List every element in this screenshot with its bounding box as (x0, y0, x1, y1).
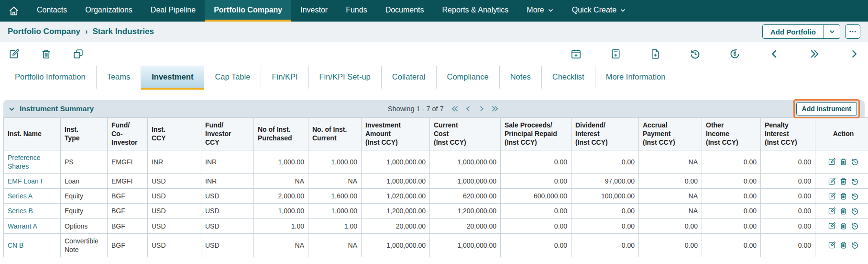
pg-prev-icon[interactable] (464, 104, 472, 113)
tab-label: Compliance (447, 72, 489, 81)
file-add-button[interactable] (650, 48, 661, 59)
instrument-name-link[interactable]: Preference Shares (8, 154, 40, 170)
column-header-sale-proceeds-principal-repaid-inst-ccy: Sale Proceeds/ Principal Repaid (Inst CC… (501, 118, 571, 150)
tab-notes[interactable]: Notes (500, 66, 542, 90)
edit-button[interactable] (9, 48, 20, 59)
row-edit-button[interactable] (828, 192, 836, 200)
action-cell (815, 189, 868, 204)
instrument-name-link[interactable]: CN B (8, 241, 23, 249)
table-cell: USD (148, 218, 201, 233)
calendar-add-button[interactable] (571, 48, 582, 59)
tab-fin-kpi[interactable]: Fin/KPI (261, 66, 308, 90)
row-delete-button[interactable] (839, 222, 847, 230)
spacer (0, 90, 868, 100)
tab-checklist[interactable]: Checklist (542, 66, 595, 90)
nav-item-funds[interactable]: Funds (337, 0, 376, 22)
table-cell: BGF (108, 233, 148, 257)
table-cell: 1,000.00 (308, 204, 362, 218)
instrument-name-link[interactable]: EMF Loan I (8, 177, 42, 185)
chevron-left-button[interactable] (769, 48, 780, 59)
add-portfolio-dropdown-toggle[interactable] (824, 25, 840, 38)
tab-collateral[interactable]: Collateral (382, 66, 437, 90)
collapse-section-icon[interactable] (8, 105, 15, 113)
tab-label: Cap Table (215, 72, 250, 81)
instrument-name-cell: CN B (4, 233, 61, 257)
row-edit-button[interactable] (828, 207, 836, 215)
tab-teams[interactable]: Teams (97, 66, 142, 90)
chevron-down-icon (548, 7, 554, 13)
pg-next-icon[interactable] (477, 104, 486, 113)
table-cell: 1.00 (254, 218, 308, 233)
nav-item-reports-analytics[interactable]: Reports & Analytics (433, 0, 518, 22)
edit-icon (828, 222, 836, 230)
row-delete-button[interactable] (839, 192, 847, 200)
row-delete-button[interactable] (839, 158, 847, 166)
board-add-button[interactable] (610, 48, 621, 59)
tab-fin-kpi-set-up[interactable]: Fin/KPI Set-up (309, 66, 382, 90)
nav-item-documents[interactable]: Documents (376, 0, 433, 22)
row-history-button[interactable] (851, 177, 859, 185)
table-cell: NA (254, 173, 308, 188)
chevron-left-icon (769, 48, 780, 59)
delete-button[interactable] (41, 48, 52, 59)
nav-item-portfolio-company[interactable]: Portfolio Company (205, 0, 291, 22)
nav-item-deal-pipeline[interactable]: Deal Pipeline (142, 0, 205, 22)
tab-cap-table[interactable]: Cap Table (204, 66, 261, 90)
nav-item-investor[interactable]: Investor (291, 0, 337, 22)
pg-first-icon[interactable] (450, 104, 459, 113)
table-cell: 1,000,000.00 (362, 150, 430, 173)
instrument-name-link[interactable]: Warrant A (8, 222, 37, 230)
nav-item-more[interactable]: More (517, 0, 562, 22)
home-button[interactable] (0, 0, 28, 22)
instrument-name-link[interactable]: Series B (8, 207, 33, 215)
tab-investment[interactable]: Investment (141, 66, 204, 90)
tab-more-information[interactable]: More Information (595, 66, 677, 90)
nav-item-organizations[interactable]: Organizations (76, 0, 142, 22)
row-edit-button[interactable] (828, 241, 836, 249)
edit-icon (828, 192, 836, 200)
column-header-investment-amount-inst-ccy: Investment Amount (Inst CCY) (362, 118, 430, 150)
currency-history-button[interactable]: $ (729, 48, 740, 59)
table-cell: 1,200,000.00 (362, 204, 430, 218)
row-edit-button[interactable] (828, 222, 836, 230)
table-cell: EMGFI (108, 173, 148, 188)
column-header-no-of-inst-purchased: No of Inst. Purchased (254, 118, 308, 150)
tab-portfolio-information[interactable]: Portfolio Information (4, 66, 97, 90)
table-cell: BGF (108, 189, 148, 204)
pg-last-icon[interactable] (491, 104, 499, 113)
row-history-button[interactable] (851, 158, 859, 166)
chevron-right-icon (848, 48, 859, 59)
tab-label: Teams (107, 72, 131, 81)
double-chevron-right-button[interactable] (809, 48, 820, 59)
nav-item-quick-create[interactable]: Quick Create (563, 0, 635, 22)
instrument-name-link[interactable]: Series A (8, 192, 33, 200)
duplicate-button[interactable] (73, 48, 84, 59)
history-button[interactable] (690, 48, 701, 59)
history-icon (851, 207, 859, 215)
tab-compliance[interactable]: Compliance (437, 66, 500, 90)
row-edit-button[interactable] (828, 158, 836, 166)
table-row: CN BConvertible NoteBGFUSDUSDNANA1,000,0… (4, 233, 868, 257)
add-portfolio-button[interactable]: Add Portfolio (762, 24, 840, 39)
table-cell: 620,000.00 (430, 189, 501, 204)
table-cell: 97,000.00 (571, 173, 639, 188)
delete-icon (839, 241, 847, 249)
breadcrumb-current: Stark Industries (92, 27, 154, 36)
row-history-button[interactable] (851, 222, 859, 230)
row-delete-button[interactable] (839, 207, 847, 215)
row-delete-button[interactable] (839, 241, 847, 249)
add-instrument-button[interactable]: Add Instrument (796, 102, 857, 115)
breadcrumb-parent[interactable]: Portfolio Company (8, 27, 80, 36)
row-edit-button[interactable] (828, 177, 836, 185)
row-history-button[interactable] (851, 241, 859, 249)
row-history-button[interactable] (851, 207, 859, 215)
row-delete-button[interactable] (839, 177, 847, 185)
nav-item-contacts[interactable]: Contacts (28, 0, 76, 22)
table-cell: NA (639, 189, 702, 204)
chevron-right-button[interactable] (848, 48, 859, 59)
table-cell: INR (148, 150, 201, 173)
table-cell: 0.00 (639, 218, 702, 233)
row-history-button[interactable] (851, 192, 859, 200)
more-options-button[interactable] (845, 24, 860, 39)
nav-item-label: Contacts (37, 6, 67, 14)
